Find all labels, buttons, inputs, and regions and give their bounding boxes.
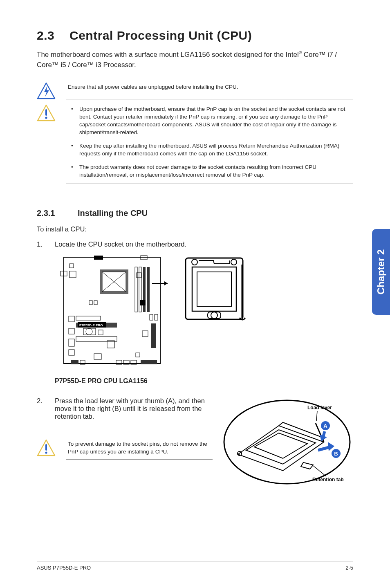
retention-tab-label: Retention tab: [312, 477, 344, 483]
intro-line1: The motherboard comes with a surface mou…: [37, 51, 299, 58]
svg-rect-28: [76, 316, 101, 320]
svg-line-60: [316, 411, 317, 421]
subsection-title: 2.3.1Installing the CPU: [37, 209, 353, 218]
svg-rect-40: [71, 360, 78, 364]
svg-rect-19: [89, 301, 92, 305]
svg-rect-37: [107, 341, 114, 348]
subsection-number: 2.3.1: [37, 209, 78, 218]
svg-line-61: [313, 466, 326, 476]
svg-rect-22: [150, 314, 153, 320]
caution-item-1: Upon purchase of the motherboard, ensure…: [68, 105, 352, 137]
step-2-text: Press the load lever with your thumb (A)…: [55, 397, 213, 420]
caution-item-2: Keep the cap after installing the mother…: [68, 142, 352, 158]
exclamation-icon: [37, 102, 66, 184]
svg-rect-8: [69, 264, 74, 268]
step-1: 1. Locate the CPU socket on the motherbo…: [37, 240, 353, 248]
svg-rect-23: [155, 314, 158, 320]
svg-rect-34: [98, 330, 103, 335]
svg-rect-57: [45, 444, 47, 451]
danger-callout: Ensure that all power cables are unplugg…: [37, 80, 353, 99]
footer-left: ASUS P7P55D-E PRO: [37, 565, 91, 571]
board-caption: P7P55D-E PRO CPU LGA1156: [55, 377, 169, 385]
section-number: 2.3: [37, 29, 69, 43]
svg-rect-17: [147, 267, 150, 312]
lever-diagram-container: Load lever Retention tab: [221, 397, 353, 487]
svg-point-3: [45, 117, 47, 119]
socket-pin-caution: To prevent damage to the socket pins, do…: [37, 437, 213, 460]
subsection: 2.3.1Installing the CPU To install a CPU…: [37, 209, 353, 487]
svg-rect-26: [69, 339, 74, 346]
lightning-icon: [37, 80, 66, 99]
marker-a: A: [323, 423, 327, 429]
section-title-text: Central Processing Unit (CPU): [69, 29, 252, 42]
lower-row: 2. Press the load lever with your thumb …: [37, 397, 353, 487]
svg-rect-33: [83, 328, 96, 335]
danger-text: Ensure that all power cables are unplugg…: [66, 80, 353, 99]
board-label: P7P55D-E PRO: [79, 323, 103, 327]
board-diagram: P7P55D-E PRO: [55, 255, 169, 385]
svg-rect-20: [94, 301, 97, 305]
svg-rect-51: [192, 267, 236, 311]
load-lever-label: Load lever: [307, 405, 332, 411]
step-2-num: 2.: [37, 397, 55, 420]
svg-rect-45: [141, 360, 157, 364]
svg-rect-52: [197, 272, 231, 306]
socket-closeup: [182, 255, 247, 330]
svg-rect-54: [208, 312, 221, 319]
intro-paragraph: The motherboard comes with a surface mou…: [37, 50, 353, 70]
svg-marker-66: [328, 442, 334, 451]
svg-rect-25: [69, 328, 74, 334]
chapter-tab: Chapter 2: [372, 229, 390, 315]
svg-rect-2: [45, 109, 47, 116]
section-title: 2.3Central Processing Unit (CPU): [37, 29, 353, 43]
svg-point-59: [224, 400, 350, 484]
svg-point-50: [231, 259, 237, 265]
footer-right: 2-5: [345, 565, 353, 571]
svg-rect-14: [135, 267, 137, 312]
svg-rect-35: [151, 323, 156, 348]
caution-callout: Upon purchase of the motherboard, ensure…: [37, 102, 353, 184]
svg-point-49: [192, 259, 197, 265]
page: 2.3Central Processing Unit (CPU) The mot…: [0, 0, 390, 588]
lower-left: 2. Press the load lever with your thumb …: [37, 397, 213, 460]
diagram-row: P7P55D-E PRO: [55, 255, 353, 385]
svg-point-53: [211, 312, 217, 319]
subsection-title-text: Installing the CPU: [78, 209, 148, 218]
socket-pin-caution-text: To prevent damage to the socket pins, do…: [66, 437, 213, 460]
svg-rect-27: [69, 350, 74, 355]
caution-list: Upon purchase of the motherboard, ensure…: [68, 105, 352, 179]
svg-rect-39: [136, 353, 140, 357]
step-2: 2. Press the load lever with your thumb …: [37, 397, 213, 420]
caution-item-3: The product warranty does not cover dama…: [68, 164, 352, 179]
step-1-text: Locate the CPU socket on the motherboard…: [55, 240, 353, 248]
marker-b: B: [334, 451, 338, 457]
svg-marker-47: [164, 281, 168, 285]
caution-body: Upon purchase of the motherboard, ensure…: [66, 102, 353, 184]
page-footer: ASUS P7P55D-E PRO 2-5: [37, 561, 353, 571]
svg-rect-21: [140, 300, 146, 305]
svg-point-58: [45, 452, 47, 454]
exclamation-icon: [37, 437, 66, 460]
lever-diagram: Load lever Retention tab: [222, 397, 352, 487]
registered-mark: ®: [299, 50, 302, 55]
svg-rect-9: [69, 271, 76, 278]
svg-point-32: [86, 328, 92, 335]
svg-rect-24: [69, 316, 74, 322]
svg-rect-36: [142, 331, 148, 337]
svg-rect-38: [94, 354, 101, 359]
step-1-num: 1.: [37, 240, 55, 248]
install-lead: To install a CPU:: [37, 225, 353, 233]
chapter-tab-label: Chapter 2: [375, 249, 387, 295]
svg-rect-5: [94, 256, 103, 260]
